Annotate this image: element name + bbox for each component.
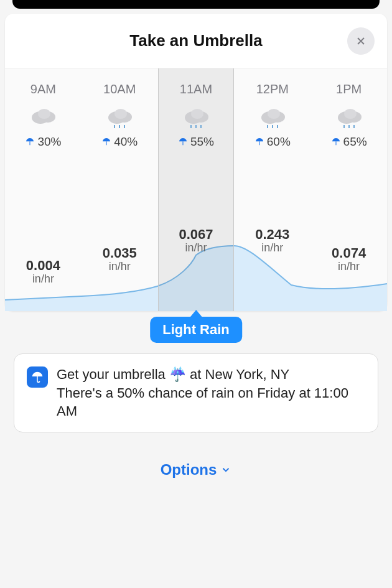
precip-probability: 55% [159,135,234,149]
options-button[interactable]: Options [0,461,392,478]
hour-label: 1PM [310,82,387,96]
chevron-down-icon [220,464,231,475]
notification-line1a: Get your umbrella [57,366,169,382]
hour-column[interactable]: 12PM60% [234,68,310,311]
rain-badge: Light Rain [150,310,242,343]
notification-preview[interactable]: Get your umbrella ☔ at New York, NY Ther… [14,353,378,432]
notification-line2: There's a 50% chance of rain on Friday a… [57,385,348,419]
hour-label: 10AM [82,82,158,96]
svg-point-6 [114,109,127,119]
svg-point-20 [268,109,280,119]
card-title: Take an Umbrella [129,31,262,50]
precip-probability: 40% [82,135,158,149]
precip-probability: 60% [234,135,310,149]
cloud-rain-icon [180,106,212,129]
hour-label: 11AM [159,82,234,96]
hour-column[interactable]: 10AM40% [82,68,158,311]
notification-text: Get your umbrella ☔ at New York, NY Ther… [57,365,365,421]
notification-line1b: at New York, NY [186,366,289,382]
options-label: Options [161,461,217,478]
status-bar [12,0,380,9]
svg-point-27 [344,109,357,119]
cloud-rain-icon [103,106,136,129]
hour-label: 9AM [5,82,82,96]
precip-probability: 65% [310,135,387,149]
cloud-rain-icon [333,106,365,129]
cloud-icon [27,106,59,129]
svg-point-2 [38,109,50,119]
app-icon [27,366,48,388]
umbrella-icon [30,370,44,384]
hour-label: 12PM [234,82,310,96]
umbrella-emoji-icon: ☔ [169,366,186,382]
hour-column[interactable]: 9AM30% [5,68,82,311]
hour-column[interactable]: 1PM65% [310,68,387,311]
weather-card: Take an Umbrella 0.004in/hr0.035in/hr0.0… [5,14,387,311]
rain-badge-label: Light Rain [150,317,242,343]
hour-column[interactable]: 11AM55% [158,68,235,311]
cloud-rain-icon [256,106,289,129]
hourly-forecast[interactable]: 0.004in/hr0.035in/hr0.067in/hr0.243in/hr… [5,68,387,311]
close-icon [355,35,367,47]
close-button[interactable] [347,27,375,55]
precip-probability: 30% [5,135,82,149]
svg-point-13 [191,109,203,119]
card-header: Take an Umbrella [5,14,387,68]
